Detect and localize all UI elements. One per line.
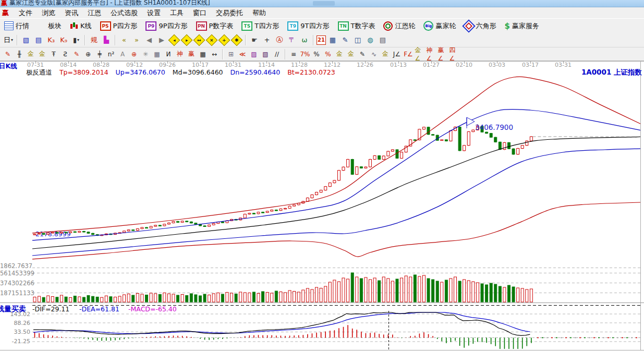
last-page-button[interactable]: » <box>131 34 142 46</box>
menu-item-0[interactable]: 文件 <box>14 8 37 18</box>
mirror-a-tool[interactable]: A <box>117 49 128 59</box>
first-page-button[interactable]: « <box>118 34 130 46</box>
shift-right-button[interactable]: ▸ <box>181 34 193 46</box>
p9-square-button-label: 9P四方形 <box>159 21 187 31</box>
menu-item-6[interactable]: 工具 <box>165 8 188 18</box>
title-bar[interactable]: 赢 赢家江恩专业版[赢家内部服务平台] - [上证指数 SH1A0001-107… <box>0 0 644 7</box>
t-number-button[interactable]: TNT数字表 <box>334 21 380 31</box>
n2-tool[interactable]: n² <box>106 49 117 59</box>
ying-angle-tool[interactable]: 赢∠ <box>438 49 448 59</box>
kline-button[interactable]: K线 <box>66 21 96 31</box>
percent-tool[interactable]: % <box>311 49 322 59</box>
f-ruler-tool[interactable]: Ŧ <box>48 49 59 59</box>
next-page-button[interactable]: ▶ <box>156 34 167 46</box>
web-export-icon[interactable]: ◍ <box>364 34 376 46</box>
compress-button[interactable]: × <box>206 34 218 46</box>
print-icon[interactable]: ▤ <box>377 34 388 46</box>
calculator-icon[interactable]: ▦ <box>327 34 338 46</box>
color-histogram-icon[interactable]: ▙ <box>101 34 112 46</box>
fan-box-tool[interactable]: ▨ <box>249 49 260 59</box>
shift-left-button[interactable]: ◂ <box>168 34 180 46</box>
zoom-all-button[interactable]: ✱ <box>231 34 243 46</box>
f-angle-tool[interactable]: F∠ <box>403 49 414 59</box>
p9-square-button[interactable]: P99P四方形 <box>141 21 191 31</box>
shen-angle-tool[interactable]: 神∠ <box>426 49 437 59</box>
si-angle-tool[interactable]: 四∠ <box>449 49 460 59</box>
j-angle-tool[interactable]: J∠ <box>392 49 403 59</box>
calendar-icon[interactable]: 21 <box>317 35 326 45</box>
period-day-select[interactable]: 日▾ <box>3 34 14 46</box>
list-percent-tool[interactable]: ≡ <box>288 49 299 59</box>
sectors-button-label: 板块 <box>48 21 62 31</box>
gold-angle-tool[interactable]: 金∠ <box>415 49 426 59</box>
brush-tool[interactable]: ✎ <box>357 49 368 59</box>
box-select-tool[interactable]: ⊞ <box>226 49 237 59</box>
hexagon-button[interactable]: 六角形 <box>460 21 500 31</box>
wave-tool[interactable]: ∿ <box>369 49 380 59</box>
prev-page-button[interactable]: ◀ <box>143 34 155 46</box>
kline-9-icon[interactable]: K₉ <box>58 34 69 46</box>
spiral-tool[interactable]: Ƨ <box>60 49 71 59</box>
menu-item-7[interactable]: 窗口 <box>188 8 211 18</box>
pencil-tool[interactable]: ✎ <box>3 49 14 59</box>
menu-item-8[interactable]: 交易委托 <box>211 8 248 18</box>
span-arrow-tool[interactable]: ↔ <box>209 49 220 59</box>
crosshair-tool[interactable]: + <box>261 34 273 46</box>
macd-histogram <box>35 325 638 349</box>
gann-gold-2-tool[interactable]: 金 <box>37 49 48 59</box>
gold-box-tool[interactable]: 金 <box>380 49 391 59</box>
quotes-button[interactable]: 行情 <box>0 21 33 31</box>
pencil-angle-tool[interactable]: ✎ <box>71 49 82 59</box>
fence-tool[interactable]: ▦ <box>198 49 209 59</box>
ruler-tool[interactable]: ╫ <box>14 49 25 59</box>
fan-square-tool[interactable]: ▧ <box>260 49 271 59</box>
ying-grid-tool[interactable]: 赢 <box>186 49 197 59</box>
menu-item-3[interactable]: 江恩 <box>83 8 106 18</box>
menu-item-9[interactable]: 帮助 <box>248 8 271 18</box>
sectors-button[interactable]: 板块 <box>33 21 66 31</box>
gann-wheel-button[interactable]: 江恩轮 <box>379 21 419 31</box>
candle-style-select[interactable]: ▮▾ <box>70 34 82 46</box>
t9-square-button[interactable]: T99T四方形 <box>283 21 333 31</box>
fan-red-tool[interactable]: ≪ <box>237 49 248 59</box>
gold-circle-tool[interactable]: 金 <box>334 49 345 59</box>
expand-button[interactable]: ↔ <box>193 34 205 46</box>
zoom-a-tool[interactable]: Ⓐ <box>274 34 285 46</box>
t-square-button-label: T四方形 <box>254 21 279 31</box>
chart-window-icon[interactable]: ▧ <box>20 34 32 46</box>
menu-item-5[interactable]: 设置 <box>142 8 165 18</box>
formula-box-icon[interactable]: 规 <box>88 34 100 46</box>
gold-line-tool[interactable]: 金 <box>346 49 357 59</box>
date-tick-08-28: 08-28 <box>88 62 114 68</box>
quote-mark-tool[interactable]: И <box>163 49 174 59</box>
web-grid-tool[interactable]: ▦ <box>152 49 163 59</box>
menu-item-4[interactable]: 公式选股 <box>106 8 142 18</box>
menu-item-1[interactable]: 浏览 <box>37 8 60 18</box>
notes-icon[interactable]: ✎ <box>339 34 351 46</box>
chart-area[interactable]: 日K线 1A0001 上证指数 极反通道 Tp=3809.2014 Up=347… <box>0 61 644 351</box>
pattern-tool[interactable]: ω <box>299 34 310 46</box>
percent-7-tool[interactable]: 7% <box>300 49 311 59</box>
winner-wheel-button[interactable]: Big赢家轮 <box>419 21 460 31</box>
kline-3-icon[interactable]: K₃ <box>45 34 57 46</box>
symbol-label: 1A0001 上证指数 <box>581 68 642 77</box>
circle34-tool[interactable]: ⊕ <box>83 49 94 59</box>
percent-line-tool[interactable]: % <box>323 49 334 59</box>
compass-tool[interactable]: ⊕ <box>129 49 140 59</box>
pan-hand-tool[interactable]: ☛ <box>249 34 260 46</box>
save-image-icon[interactable]: ◫ <box>352 34 363 46</box>
winner-service-button[interactable]: $赢家服务 <box>500 21 543 31</box>
menu-item-2[interactable]: 资讯 <box>60 8 83 18</box>
p-number-button[interactable]: PNP数字表 <box>192 21 238 31</box>
three-lines-tool[interactable]: ∕∕ <box>272 49 283 59</box>
zoom-in-button[interactable]: + <box>218 34 230 46</box>
p-square-button[interactable]: PSP四方形 <box>96 21 142 31</box>
gann-gold-1-tool[interactable]: 金 <box>26 49 37 59</box>
ruler2-tool[interactable]: ╪ <box>94 49 105 59</box>
text-note-tool[interactable]: 〒 <box>286 34 298 46</box>
shen-grid-tool[interactable]: 神 <box>175 49 186 59</box>
info-board-icon[interactable]: ▤ <box>33 34 44 46</box>
macd-lines <box>33 311 530 349</box>
star-grid-tool[interactable]: ✳ <box>140 49 151 59</box>
t-square-button[interactable]: TST四方形 <box>237 21 283 31</box>
